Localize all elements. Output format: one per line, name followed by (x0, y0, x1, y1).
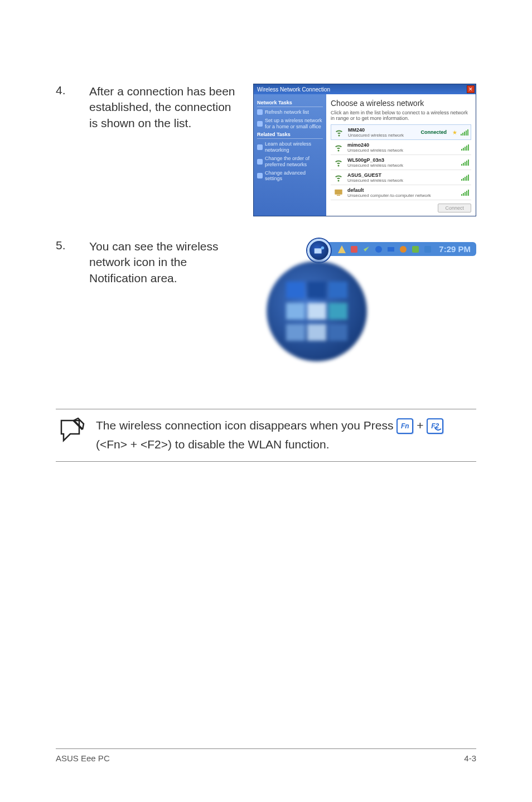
network-item[interactable]: mimo240 Unsecured wireless network (331, 140, 471, 155)
step-5-number: 5. (56, 239, 72, 286)
svg-point-3 (321, 247, 325, 250)
tray-icon[interactable] (399, 245, 408, 254)
wifi-icon (333, 127, 345, 138)
note-icon (58, 417, 85, 444)
zoomed-wireless-icon (267, 261, 367, 361)
gear-icon (257, 173, 263, 178)
network-subtext: Unsecured wireless network (348, 133, 417, 138)
wireless-dialog-screenshot: Wireless Network Connection ✕ Network Ta… (253, 84, 476, 216)
dialog-main: Choose a wireless network Click an item … (326, 94, 476, 216)
step-4-text: After a connection has been established,… (89, 84, 236, 216)
wifi-icon (333, 157, 344, 168)
signal-bars-icon (461, 129, 468, 136)
page-footer: ASUS Eee PC 4-3 (56, 748, 476, 763)
sidebar-order-label: Change the order of preferred networks (265, 156, 323, 168)
tray-icon[interactable] (350, 245, 359, 254)
tray-icon[interactable] (386, 245, 395, 254)
setup-icon (257, 121, 263, 127)
sidebar-head-network-tasks: Network Tasks (257, 100, 323, 107)
sidebar-refresh[interactable]: Refresh network list (257, 109, 323, 115)
footer-left: ASUS Eee PC (56, 753, 110, 763)
sidebar-setup[interactable]: Set up a wireless network for a home or … (257, 118, 323, 130)
sidebar-refresh-label: Refresh network list (265, 109, 309, 115)
note-plus: + (417, 419, 427, 432)
network-item-connected[interactable]: MM240 Unsecured wireless network Connect… (331, 124, 471, 140)
svg-rect-2 (315, 248, 322, 253)
system-tray: 7:29 PM (315, 242, 476, 256)
tray-icon[interactable] (423, 245, 432, 254)
note-box: The wireless connection icon disappears … (56, 409, 476, 462)
svg-point-7 (400, 246, 407, 253)
wifi-icon (333, 172, 344, 183)
tray-icon[interactable] (411, 245, 420, 254)
network-name: ASUS_GUEST (347, 172, 458, 178)
signal-bars-icon (461, 159, 469, 166)
wifi-icon (333, 142, 344, 153)
svg-rect-4 (351, 246, 357, 253)
network-subtext: Unsecured wireless network (347, 148, 458, 153)
star-icon: ★ (452, 129, 457, 136)
tray-icon[interactable] (374, 245, 383, 254)
step-5: 5. You can see the wireless network icon… (56, 239, 476, 286)
connect-button[interactable]: Connect (438, 204, 471, 212)
step-4: 4. After a connection has been establish… (56, 84, 476, 216)
note-suffix: (<Fn> + <F2>) to disable the WLAN functi… (96, 438, 329, 451)
signal-bars-icon (461, 174, 469, 181)
network-name: default (347, 187, 458, 193)
f2-key: F2 (427, 418, 443, 434)
network-name: MM240 (348, 127, 417, 133)
signal-bars-icon (461, 144, 469, 151)
sidebar-advanced-label: Change advanced settings (265, 170, 323, 182)
network-item[interactable]: WL500gP_03n3 Unsecured wireless network (331, 155, 471, 170)
network-subtext: Unsecured wireless network (347, 178, 458, 183)
tray-icon[interactable] (337, 245, 346, 254)
computer-icon (333, 187, 344, 198)
svg-rect-6 (388, 247, 394, 252)
network-item-adhoc[interactable]: default Unsecured computer-to-computer n… (331, 185, 471, 200)
sidebar-setup-label: Set up a wireless network for a home or … (265, 118, 323, 130)
dialog-main-subtext: Click an item in the list below to conne… (331, 110, 471, 121)
sidebar-order[interactable]: Change the order of preferred networks (257, 156, 323, 168)
close-icon[interactable]: ✕ (467, 85, 475, 93)
note-prefix: The wireless connection icon disappears … (96, 419, 396, 432)
sidebar-head-related-tasks: Related Tasks (257, 132, 323, 139)
dialog-sidebar: Network Tasks Refresh network list Set u… (254, 94, 326, 216)
star-icon (257, 159, 263, 165)
network-subtext: Unsecured wireless network (347, 163, 458, 168)
network-name: mimo240 (347, 142, 458, 148)
dialog-main-heading: Choose a wireless network (331, 99, 471, 108)
network-subtext: Unsecured computer-to-computer network (347, 193, 458, 198)
sidebar-learn[interactable]: Learn about wireless networking (257, 141, 323, 153)
fn-key: Fn (396, 418, 413, 434)
signal-bars-icon (461, 189, 469, 196)
dialog-titlebar: Wireless Network Connection ✕ (254, 84, 476, 94)
xp-wireless-dialog: Wireless Network Connection ✕ Network Ta… (253, 84, 476, 216)
footer-right: 4-3 (464, 753, 476, 763)
wireless-icon-highlight (307, 239, 331, 262)
note-text: The wireless connection icon disappears … (96, 416, 474, 453)
svg-rect-9 (424, 246, 431, 253)
svg-rect-0 (335, 190, 342, 195)
network-item[interactable]: ASUS_GUEST Unsecured wireless network (331, 170, 471, 185)
svg-rect-1 (337, 195, 340, 196)
tray-icon[interactable] (362, 245, 371, 254)
step-4-number: 4. (56, 84, 72, 216)
notification-area-screenshot: 7:29 PM (242, 239, 476, 286)
tray-clock: 7:29 PM (439, 244, 471, 254)
sidebar-advanced[interactable]: Change advanced settings (257, 170, 323, 182)
network-name: WL500gP_03n3 (347, 157, 458, 163)
dialog-title: Wireless Network Connection (257, 86, 330, 93)
step-5-text: You can see the wireless network icon in… (89, 239, 225, 286)
connected-label: Connected (420, 129, 447, 135)
sidebar-learn-label: Learn about wireless networking (265, 141, 323, 153)
refresh-icon (257, 109, 263, 115)
info-icon (257, 144, 263, 150)
svg-rect-8 (412, 246, 419, 253)
svg-point-5 (375, 246, 382, 253)
